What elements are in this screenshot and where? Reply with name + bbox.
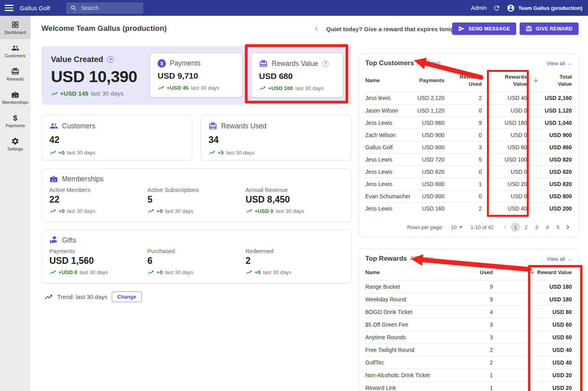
view-all-customers-link[interactable]: View all → — [547, 60, 572, 66]
top-navbar: Gallus Golf Admin Team Gallus (productio… — [0, 0, 588, 16]
rewards-used-title: Rewards Used — [221, 122, 267, 130]
top-customers-subtitle: All Time — [417, 59, 440, 67]
search-box — [66, 2, 143, 14]
column-header-rewards-value[interactable]: Rewards Value — [482, 71, 527, 92]
sidebar-item-dashboard[interactable]: Dashboard — [0, 16, 30, 39]
account-menu[interactable]: Team Gallus (production) — [507, 4, 582, 12]
metric-label: Active Members — [49, 187, 147, 193]
page-number[interactable]: 3 — [532, 222, 541, 232]
column-header-reward-value[interactable]: Reward Value — [493, 267, 572, 280]
sidebar-item-rewards[interactable]: Rewards — [0, 62, 30, 86]
customer-row[interactable]: Gallus Golf USD 800 3 USD 60 USD 860 — [365, 141, 572, 153]
reward-row[interactable]: $5 Off Green Fee 3 USD 60 — [365, 318, 572, 331]
customer-row[interactable]: Zach Wilson USD 900 0 USD 0 USD 900 — [365, 129, 572, 141]
rows-per-page-select[interactable]: 10 — [451, 224, 462, 230]
cell-sort-spacer — [527, 141, 545, 153]
reward-row[interactable]: Anytime Rounds 3 USD 60 — [365, 331, 572, 344]
metric-value: 2 — [246, 256, 344, 266]
page-number[interactable]: 1 — [511, 222, 520, 232]
chevron-left-icon[interactable] — [312, 24, 321, 33]
metric-gift-purchased: Purchased 6 +0last 30 days — [147, 248, 245, 276]
rewards-used-card: Rewards Used 34 +5 last 30 days — [201, 115, 351, 160]
customer-row[interactable]: Jason Wilson USD 1,120 0 USD 0 USD 1,120 — [365, 104, 572, 117]
search-input[interactable] — [80, 4, 139, 11]
customer-row[interactable]: Jess Lewis USD 160 2 USD 40 USD 200 — [365, 203, 572, 215]
gift-hand-icon — [49, 236, 58, 244]
gift-icon — [526, 25, 532, 32]
column-header-name[interactable]: Name — [365, 71, 411, 92]
customer-row[interactable]: Jess Lewis USD 860 9 USD 180 USD 1,040 — [365, 117, 572, 129]
dashboard-screen: Gallus Golf Admin Team Gallus (productio… — [0, 0, 588, 391]
customer-row[interactable]: Jess Lewis USD 720 5 USD 100 USD 820 — [365, 153, 572, 165]
cell-name: Jess Lewis — [365, 153, 411, 165]
sidebar-item-memberships[interactable]: Memberships — [0, 86, 30, 109]
metric-label: Redeemed — [246, 248, 344, 254]
help-icon[interactable]: ? — [322, 60, 329, 67]
caret-down-icon — [459, 226, 462, 228]
trend-suffix: last 30 days — [263, 269, 291, 275]
cell-payments: USD 800 — [411, 141, 445, 153]
cell-total-value: USD 820 — [545, 153, 572, 165]
cell-name: Free Twilight Round — [365, 344, 445, 356]
sidebar-item-customers[interactable]: Customers — [0, 39, 30, 62]
cell-name: $5 Off Green Fee — [365, 318, 445, 331]
gear-icon — [11, 137, 19, 145]
customer-row[interactable]: Jess lewis USD 2,120 2 USD 40 USD 2,160 — [365, 92, 572, 104]
metric-label: Annual Revenue — [246, 187, 344, 193]
cell-used: 9 — [445, 293, 493, 306]
value-created-trend: +USD 145 last 30 days — [51, 90, 137, 97]
memberships-card: Memberships Active Members 22 +0last 30 … — [41, 168, 351, 222]
cell-reward-value: USD 180 — [493, 293, 572, 306]
previous-page-icon[interactable] — [502, 223, 509, 231]
customers-title: Customers — [62, 122, 96, 130]
page-number[interactable]: 2 — [521, 222, 531, 232]
sidebar-item-payments[interactable]: $ Payments — [0, 109, 30, 132]
customer-row[interactable]: Jess Lewis USD 820 0 USD 0 USD 820 — [365, 166, 572, 178]
reward-row[interactable]: Weekday Round 9 USD 180 — [365, 293, 572, 306]
gift-icon — [209, 122, 217, 130]
trending-up-icon — [49, 149, 56, 156]
cell-rewards-used: 1 — [444, 178, 482, 190]
page-number[interactable]: 4 — [543, 222, 552, 232]
cell-payments: USD 1,120 — [411, 104, 445, 117]
gift-icon — [11, 67, 19, 75]
reward-row[interactable]: GolfTec 2 USD 40 — [365, 356, 572, 369]
cell-sort-spacer — [527, 104, 545, 117]
cell-rewards-value: USD 40 — [482, 203, 527, 215]
next-page-icon[interactable] — [564, 223, 572, 231]
refresh-icon[interactable] — [493, 4, 500, 12]
column-header-payments[interactable]: Payments — [411, 71, 445, 92]
sidebar-item-settings[interactable]: Settings — [0, 132, 30, 156]
column-header-name[interactable]: Name — [365, 267, 445, 280]
cell-name: Jason Wilson — [365, 104, 411, 117]
cell-name: Range Bucket — [365, 280, 445, 293]
trend-period-label: Trend: last 30 days — [57, 293, 107, 300]
metric-label: Payments — [49, 248, 147, 254]
menu-icon[interactable] — [5, 4, 13, 12]
rewards-used-value: 34 — [209, 135, 344, 145]
page-title: Welcome Team Gallus (production) — [41, 24, 167, 33]
give-reward-button[interactable]: GIVE REWARD — [520, 23, 579, 35]
page-number[interactable]: 5 — [553, 222, 563, 232]
column-header-used[interactable]: Used — [445, 267, 493, 280]
column-header-total-value[interactable]: Total Value — [545, 71, 572, 92]
customer-row[interactable]: Evan Schumacher USD 800 0 USD 0 USD 800 — [365, 190, 572, 203]
change-trend-button[interactable]: Change — [112, 291, 142, 302]
reward-row[interactable]: Reward Link 1 USD 20 — [365, 382, 572, 391]
cell-name: Reward Link — [365, 382, 445, 391]
reward-row[interactable]: Range Bucket 9 USD 180 — [365, 280, 572, 293]
reward-row[interactable]: Free Twilight Round 2 USD 40 — [365, 344, 572, 356]
sort-indicator[interactable] — [527, 71, 545, 92]
column-header-rewards-used[interactable]: Rewards Used — [444, 71, 482, 92]
send-message-button[interactable]: SEND MESSAGE — [452, 23, 516, 35]
help-icon[interactable]: ? — [107, 56, 114, 63]
pagination: Rows per page: 10 1-10 of 42 1 2 3 4 5 — [407, 222, 572, 232]
cell-rewards-value: USD 0 — [482, 190, 527, 203]
customer-row[interactable]: Jess Lewis USD 800 1 USD 20 USD 820 — [365, 178, 572, 190]
cell-name: Jess Lewis — [365, 203, 411, 215]
send-icon — [458, 25, 465, 32]
view-all-rewards-link[interactable]: View all → — [547, 256, 572, 262]
reward-row[interactable]: Non-Alcoholic Drink Ticket 1 USD 20 — [365, 369, 572, 382]
cell-rewards-value: USD 0 — [482, 104, 527, 117]
reward-row[interactable]: BOGO Drink Ticket 4 USD 80 — [365, 306, 572, 318]
